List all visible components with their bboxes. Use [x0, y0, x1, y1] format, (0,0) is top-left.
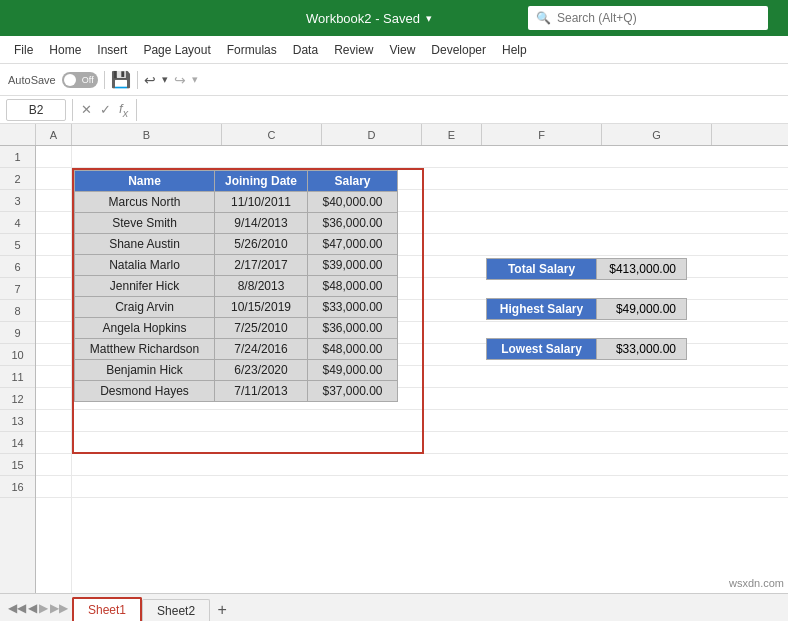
table-row[interactable]: Craig Arvin10/15/2019$33,000.00: [75, 297, 398, 318]
menu-formulas[interactable]: Formulas: [219, 39, 285, 61]
col-header-e[interactable]: E: [422, 124, 482, 145]
table-cell-9-2[interactable]: $37,000.00: [308, 381, 398, 402]
menu-data[interactable]: Data: [285, 39, 326, 61]
grid-body: 12345678910111213141516 Name Joining Da: [0, 146, 788, 593]
formula-input[interactable]: [143, 99, 782, 121]
lowest-salary-value: $33,000.00: [597, 339, 687, 360]
col-header-a[interactable]: A: [36, 124, 72, 145]
excel-data-table: Name Joining Date Salary Marcus North11/…: [74, 170, 398, 402]
cell-reference-box[interactable]: B2: [6, 99, 66, 121]
table-cell-6-1[interactable]: 7/25/2010: [215, 318, 308, 339]
toolbar: AutoSave Off 💾 ↩ ▾ ↪ ▾: [0, 64, 788, 96]
row-num-15: 15: [0, 454, 35, 476]
undo-icon[interactable]: ↩: [144, 72, 156, 88]
table-cell-5-1[interactable]: 10/15/2019: [215, 297, 308, 318]
menu-file[interactable]: File: [6, 39, 41, 61]
sheet-tab-2[interactable]: Sheet2: [142, 599, 210, 621]
menu-help[interactable]: Help: [494, 39, 535, 61]
table-cell-0-2[interactable]: $40,000.00: [308, 192, 398, 213]
row-num-5: 5: [0, 234, 35, 256]
lowest-salary-label: Lowest Salary: [487, 339, 597, 360]
title-dropdown-icon[interactable]: ▾: [426, 12, 432, 25]
col-a-cells: [36, 146, 72, 593]
table-cell-7-1[interactable]: 7/24/2016: [215, 339, 308, 360]
insert-function-icon[interactable]: fx: [117, 101, 130, 119]
menu-home[interactable]: Home: [41, 39, 89, 61]
col-header-b[interactable]: B: [72, 124, 222, 145]
table-cell-6-2[interactable]: $36,000.00: [308, 318, 398, 339]
table-cell-5-0[interactable]: Craig Arvin: [75, 297, 215, 318]
menu-view[interactable]: View: [382, 39, 424, 61]
table-cell-4-2[interactable]: $48,000.00: [308, 276, 398, 297]
table-cell-8-1[interactable]: 6/23/2020: [215, 360, 308, 381]
menu-developer[interactable]: Developer: [423, 39, 494, 61]
table-cell-5-2[interactable]: $33,000.00: [308, 297, 398, 318]
tab-nav-next[interactable]: ▶: [39, 601, 48, 615]
cancel-formula-icon[interactable]: ✕: [79, 102, 94, 117]
table-row[interactable]: Natalia Marlo2/17/2017$39,000.00: [75, 255, 398, 276]
redo-dropdown[interactable]: ▾: [192, 73, 198, 86]
tab-nav-buttons[interactable]: ◀◀ ◀ ▶ ▶▶: [4, 601, 72, 615]
tab-nav-first[interactable]: ◀◀: [8, 601, 26, 615]
table-cell-4-1[interactable]: 8/8/2013: [215, 276, 308, 297]
table-cell-2-0[interactable]: Shane Austin: [75, 234, 215, 255]
search-input[interactable]: [557, 11, 760, 25]
confirm-formula-icon[interactable]: ✓: [98, 102, 113, 117]
row-num-13: 13: [0, 410, 35, 432]
save-icon[interactable]: 💾: [111, 70, 131, 89]
table-cell-1-2[interactable]: $36,000.00: [308, 213, 398, 234]
undo-dropdown[interactable]: ▾: [162, 73, 168, 86]
table-cell-8-2[interactable]: $49,000.00: [308, 360, 398, 381]
table-row[interactable]: Angela Hopkins7/25/2010$36,000.00: [75, 318, 398, 339]
tab-nav-last[interactable]: ▶▶: [50, 601, 68, 615]
table-cell-3-0[interactable]: Natalia Marlo: [75, 255, 215, 276]
tab-nav-prev[interactable]: ◀: [28, 601, 37, 615]
col-header-d[interactable]: D: [322, 124, 422, 145]
col-salary-header: Salary: [308, 171, 398, 192]
redo-icon[interactable]: ↪: [174, 72, 186, 88]
add-sheet-button[interactable]: +: [210, 599, 234, 621]
spreadsheet-area: A B C D E F G 12345678910111213141516: [0, 124, 788, 593]
row-num-3: 3: [0, 190, 35, 212]
cell-area[interactable]: Name Joining Date Salary Marcus North11/…: [36, 146, 788, 593]
table-cell-1-0[interactable]: Steve Smith: [75, 213, 215, 234]
menu-page-layout[interactable]: Page Layout: [135, 39, 218, 61]
table-row[interactable]: Benjamin Hick6/23/2020$49,000.00: [75, 360, 398, 381]
menu-review[interactable]: Review: [326, 39, 381, 61]
table-cell-4-0[interactable]: Jennifer Hick: [75, 276, 215, 297]
table-cell-3-2[interactable]: $39,000.00: [308, 255, 398, 276]
autosave-toggle[interactable]: Off: [62, 72, 98, 88]
table-cell-7-2[interactable]: $48,000.00: [308, 339, 398, 360]
table-cell-1-1[interactable]: 9/14/2013: [215, 213, 308, 234]
sheet-tabs: Sheet1 Sheet2 +: [72, 594, 234, 621]
formula-bar: B2 ✕ ✓ fx: [0, 96, 788, 124]
table-cell-6-0[interactable]: Angela Hopkins: [75, 318, 215, 339]
table-cell-7-0[interactable]: Matthew Richardson: [75, 339, 215, 360]
table-cell-3-1[interactable]: 2/17/2017: [215, 255, 308, 276]
row-num-12: 12: [0, 388, 35, 410]
total-salary-value: $413,000.00: [597, 259, 687, 280]
row-num-9: 9: [0, 322, 35, 344]
col-header-f[interactable]: F: [482, 124, 602, 145]
table-row[interactable]: Jennifer Hick8/8/2013$48,000.00: [75, 276, 398, 297]
sheet-tab-1[interactable]: Sheet1: [72, 597, 142, 621]
table-cell-0-1[interactable]: 11/10/2011: [215, 192, 308, 213]
table-row[interactable]: Marcus North11/10/2011$40,000.00: [75, 192, 398, 213]
row-num-10: 10: [0, 344, 35, 366]
table-row[interactable]: Steve Smith9/14/2013$36,000.00: [75, 213, 398, 234]
table-row[interactable]: Shane Austin5/26/2010$47,000.00: [75, 234, 398, 255]
workbook-title: Workbook2 - Saved ▾: [306, 11, 432, 26]
table-cell-0-0[interactable]: Marcus North: [75, 192, 215, 213]
table-cell-9-1[interactable]: 7/11/2013: [215, 381, 308, 402]
col-header-c[interactable]: C: [222, 124, 322, 145]
col-header-g[interactable]: G: [602, 124, 712, 145]
table-cell-8-0[interactable]: Benjamin Hick: [75, 360, 215, 381]
row-num-1: 1: [0, 146, 35, 168]
menu-insert[interactable]: Insert: [89, 39, 135, 61]
search-bar[interactable]: 🔍: [528, 6, 768, 30]
table-row[interactable]: Desmond Hayes7/11/2013$37,000.00: [75, 381, 398, 402]
table-cell-9-0[interactable]: Desmond Hayes: [75, 381, 215, 402]
table-cell-2-1[interactable]: 5/26/2010: [215, 234, 308, 255]
table-cell-2-2[interactable]: $47,000.00: [308, 234, 398, 255]
table-row[interactable]: Matthew Richardson7/24/2016$48,000.00: [75, 339, 398, 360]
